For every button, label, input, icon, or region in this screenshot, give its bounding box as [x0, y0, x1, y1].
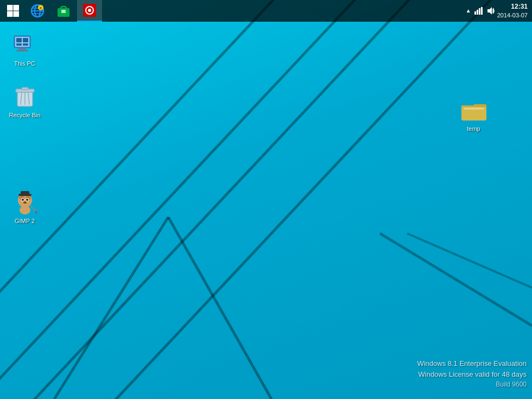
this-pc-label: This PC [14, 60, 35, 67]
windows-icon [7, 4, 20, 17]
recycle-bin-label: Recycle Bin [9, 112, 40, 118]
gimp2-icon[interactable]: GIMP 2 [4, 187, 45, 226]
watermark-line1: Windows 8.1 Enterprise Evaluation [417, 358, 527, 369]
network-icon [474, 7, 483, 15]
svg-point-23 [88, 9, 91, 12]
svg-rect-10 [7, 11, 13, 17]
svg-rect-11 [14, 11, 20, 17]
svg-point-50 [23, 201, 27, 204]
tray-expand[interactable]: ▲ [466, 8, 471, 14]
svg-marker-28 [487, 7, 492, 15]
media-taskbar-button[interactable] [77, 0, 102, 22]
this-pc-icon[interactable]: This PC [4, 30, 45, 69]
clock[interactable]: 12:31 2014-03-07 [497, 3, 528, 19]
svg-point-48 [22, 199, 24, 201]
svg-rect-20 [61, 10, 66, 13]
svg-point-49 [26, 199, 28, 201]
desktop-icons-area: This PC Recycle Bin [0, 27, 532, 399]
watermark: Windows 8.1 Enterprise Evaluation Window… [417, 358, 527, 389]
recycle-svg [14, 85, 36, 109]
svg-rect-33 [16, 38, 22, 42]
svg-rect-25 [477, 10, 478, 15]
desktop: e ▲ [0, 0, 532, 399]
system-tray: ▲ [466, 7, 495, 15]
svg-text:e: e [40, 6, 42, 10]
svg-rect-27 [481, 7, 483, 15]
sound-icon [486, 7, 495, 15]
svg-rect-58 [464, 107, 484, 110]
temp-folder-icon-image [461, 97, 487, 123]
ie-icon: e [30, 4, 45, 18]
svg-rect-57 [461, 105, 486, 107]
svg-rect-31 [18, 48, 26, 50]
gimp2-icon-image [12, 189, 38, 216]
svg-point-53 [20, 206, 30, 214]
svg-rect-39 [22, 87, 28, 90]
svg-rect-26 [479, 8, 480, 15]
gimp2-label: GIMP 2 [15, 218, 35, 224]
svg-rect-35 [16, 43, 22, 46]
svg-rect-8 [7, 5, 13, 11]
watermark-build: Build 9600 [417, 379, 527, 389]
temp-folder-icon[interactable]: temp [453, 95, 494, 134]
gimp-svg [13, 191, 37, 214]
svg-rect-24 [474, 11, 476, 15]
svg-rect-52 [21, 191, 29, 194]
start-button[interactable] [2, 0, 24, 22]
taskbar-left: e [0, 0, 102, 22]
store-icon [56, 4, 71, 18]
clock-time: 12:31 [497, 3, 528, 11]
svg-rect-36 [23, 43, 28, 46]
media-icon [83, 3, 97, 17]
svg-rect-32 [16, 50, 28, 52]
ie-taskbar-button[interactable]: e [25, 0, 50, 22]
temp-folder-label: temp [467, 125, 480, 132]
this-pc-icon-image [12, 32, 38, 58]
svg-rect-9 [14, 5, 20, 11]
svg-rect-34 [23, 38, 28, 42]
recycle-bin-icon-image [12, 84, 38, 110]
computer-svg [13, 35, 37, 55]
clock-date: 2014-03-07 [497, 11, 528, 19]
folder-svg [461, 100, 486, 121]
watermark-line2: Windows License valid for 48 days [417, 369, 527, 380]
taskbar: e ▲ [0, 0, 532, 22]
recycle-bin-icon[interactable]: Recycle Bin [4, 81, 45, 121]
taskbar-right: ▲ 12:31 2014-03-07 [466, 3, 532, 19]
store-taskbar-button[interactable] [51, 0, 76, 22]
